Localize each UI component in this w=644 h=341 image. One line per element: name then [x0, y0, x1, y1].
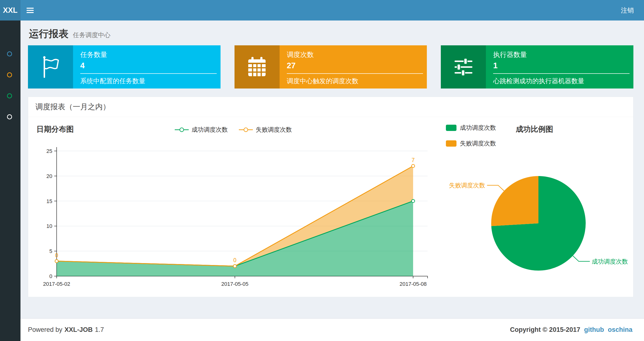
powered-by: Powered by XXL-JOB 1.7: [28, 326, 104, 333]
svg-text:10: 10: [46, 223, 52, 229]
page-title: 运行报表: [29, 27, 68, 41]
svg-text:失败调度次数: 失败调度次数: [449, 182, 485, 189]
content-area: 运行报表 任务调度中心 任务数量 4 系统中配置的任务数量: [20, 21, 644, 297]
info-box-title: 任务数量: [80, 50, 217, 59]
report-panel: 调度报表（一月之内） 日期分布图 成功调度次数失败调度次数 成功比例图 成功调度…: [28, 97, 634, 297]
svg-text:25: 25: [46, 148, 52, 154]
svg-text:7: 7: [412, 157, 415, 163]
info-box-title: 调度次数: [287, 50, 423, 59]
info-box-triggers: 调度次数 27 调度中心触发的调度次数: [234, 45, 427, 89]
info-box-row: 任务数量 4 系统中配置的任务数量: [28, 45, 634, 89]
svg-text:0: 0: [55, 252, 58, 258]
panel-body: 日期分布图 成功调度次数失败调度次数 成功比例图 成功调度次数失败调度次数 05…: [28, 117, 633, 297]
info-box-value: 27: [287, 61, 423, 70]
info-box-description: 系统中配置的任务数量: [80, 77, 217, 85]
sidebar-item[interactable]: [7, 72, 12, 77]
info-box-content: 任务数量 4 系统中配置的任务数量: [73, 45, 220, 89]
sidebar-item[interactable]: [7, 93, 12, 98]
page-subtitle: 任务调度中心: [73, 31, 110, 39]
svg-text:15: 15: [46, 198, 52, 204]
info-box-title: 执行器数量: [493, 50, 630, 59]
svg-text:0: 0: [233, 257, 236, 263]
copyright-area: Copyright © 2015-2017 github oschina: [510, 326, 632, 333]
sidebar-item[interactable]: [7, 114, 12, 119]
line-chart: 05101520252017-05-022017-05-052017-05-08…: [28, 117, 438, 297]
github-link[interactable]: github: [584, 326, 604, 333]
svg-text:5: 5: [50, 248, 52, 254]
footer: Powered by XXL-JOB 1.7 Copyright © 2015-…: [20, 318, 644, 341]
info-box-description: 调度中心触发的调度次数: [287, 77, 423, 85]
divider: [493, 73, 630, 74]
info-box-value: 4: [80, 61, 217, 70]
flag-icon: [28, 45, 73, 89]
product-name: XXL-JOB: [64, 326, 93, 333]
panel-title: 调度报表（一月之内）: [28, 97, 633, 117]
copyright-text: Copyright © 2015-2017: [510, 326, 580, 333]
calendar-icon: [234, 45, 280, 89]
svg-text:2017-05-08: 2017-05-08: [400, 281, 427, 287]
sliders-icon: [441, 45, 486, 89]
svg-text:2017-05-02: 2017-05-02: [43, 281, 70, 287]
svg-text:2017-05-05: 2017-05-05: [221, 281, 248, 287]
sidebar: [0, 21, 20, 341]
svg-text:0: 0: [50, 273, 52, 279]
top-navbar: XXL 注销: [0, 0, 644, 21]
info-box-value: 1: [493, 61, 630, 70]
oschina-link[interactable]: oschina: [608, 326, 632, 333]
powered-prefix: Powered by: [28, 326, 62, 333]
info-box-jobs: 任务数量 4 系统中配置的任务数量: [28, 45, 220, 89]
svg-text:成功调度次数: 成功调度次数: [592, 258, 628, 265]
info-box-executors: 执行器数量 1 心跳检测成功的执行器机器数量: [441, 45, 634, 89]
info-box-content: 执行器数量 1 心跳检测成功的执行器机器数量: [486, 45, 634, 89]
info-box-description: 心跳检测成功的执行器机器数量: [493, 77, 630, 85]
divider: [80, 73, 217, 74]
page-header: 运行报表 任务调度中心: [28, 21, 634, 45]
sidebar-item[interactable]: [7, 51, 12, 57]
pie-chart: 成功调度次数失败调度次数: [438, 117, 633, 297]
info-box-content: 调度次数 27 调度中心触发的调度次数: [280, 45, 427, 89]
sidebar-toggle-button[interactable]: [20, 0, 40, 21]
product-version: 1.7: [95, 326, 104, 333]
hamburger-icon: [26, 7, 34, 14]
divider: [287, 73, 423, 74]
app-logo[interactable]: XXL: [0, 0, 20, 21]
logout-link[interactable]: 注销: [611, 0, 644, 21]
svg-text:20: 20: [46, 173, 52, 179]
